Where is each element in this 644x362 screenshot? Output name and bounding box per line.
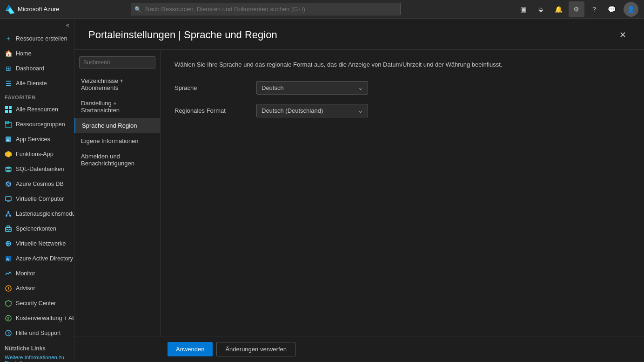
settings-nav-appearance[interactable]: Darstellung + Startansichten xyxy=(74,96,160,118)
settings-nav-language[interactable]: Sprache und Region xyxy=(74,118,160,133)
useful-link-0[interactable]: Weitere Informationen zu Einstellungen ↗ xyxy=(5,355,69,362)
settings-button[interactable]: ⚙ xyxy=(569,1,584,17)
sidebar-item-dashboard[interactable]: ⊞ Dashboard xyxy=(0,61,74,76)
sidebar-item-virtual-networks-label: Virtuelle Netzwerke xyxy=(16,240,66,247)
directory-button[interactable]: ⬙ xyxy=(533,1,549,17)
sidebar-item-sql-databases[interactable]: SQL-Datenbanken xyxy=(0,162,74,177)
sidebar-item-home-label: Home xyxy=(16,50,31,57)
sidebar-item-advisor[interactable]: Advisor xyxy=(0,281,74,296)
sidebar-item-cost-management[interactable]: $ Kostenverwaltung + Abrechnung xyxy=(0,311,74,326)
svg-text:⚡: ⚡ xyxy=(7,152,12,157)
sidebar-item-all-services[interactable]: ☰ Alle Dienste xyxy=(0,76,74,91)
sidebar-item-azure-ad[interactable]: A Azure Active Directory xyxy=(0,251,74,266)
settings-title-separator: | xyxy=(178,29,184,41)
settings-close-button[interactable]: ✕ xyxy=(616,28,630,42)
main-area: « ＋ Ressource erstellen 🏠 Home ⊞ Dashboa… xyxy=(0,19,644,362)
help-button[interactable]: ? xyxy=(586,1,602,17)
sidebar-item-resource-groups[interactable]: Ressourcegruppen xyxy=(0,117,74,132)
sidebar-item-monitor[interactable]: Monitor xyxy=(0,266,74,281)
sidebar-item-cosmos-db-label: Azure Cosmos DB xyxy=(16,181,64,187)
topbar: Microsoft Azure 🔍 ▣ ⬙ 🔔 ⚙ ? 💬 👤 xyxy=(0,0,644,19)
avatar-icon: 👤 xyxy=(627,6,635,13)
sidebar-item-all-resources[interactable]: Alle Ressourcen xyxy=(0,102,74,117)
bell-icon: 🔔 xyxy=(555,6,563,13)
sidebar-item-virtual-networks[interactable]: Virtuelle Netzwerke xyxy=(0,236,74,251)
topbar-search: 🔍 xyxy=(131,3,401,15)
sidebar-item-sql-databases-label: SQL-Datenbanken xyxy=(16,166,64,172)
azure-logo-icon xyxy=(6,5,15,14)
svg-rect-3 xyxy=(9,110,12,113)
sidebar-item-help-support[interactable]: ? Hilfe und Support xyxy=(0,326,74,341)
regional-format-label: Regionales Format xyxy=(174,107,249,114)
settings-nav-directories[interactable]: Verzeichnisse + Abonnements xyxy=(74,73,160,96)
content-panel: Portaleinstellungen | Sprache und Region… xyxy=(74,19,644,362)
storage-accounts-icon xyxy=(5,225,12,232)
sidebar-item-create[interactable]: ＋ Ressource erstellen xyxy=(0,31,74,46)
sidebar-item-home[interactable]: 🏠 Home xyxy=(0,46,74,61)
sidebar-item-virtual-machines[interactable]: Virtuelle Computer xyxy=(0,191,74,206)
language-label: Sprache xyxy=(174,84,249,91)
svg-text:$: $ xyxy=(7,316,9,321)
advisor-icon xyxy=(5,285,12,292)
sidebar-item-dashboard-label: Dashboard xyxy=(16,65,44,72)
svg-text:A: A xyxy=(6,257,9,261)
feedback-button[interactable]: 💬 xyxy=(604,1,620,17)
azure-ad-icon: A xyxy=(5,255,12,262)
settings-search-input[interactable] xyxy=(79,56,155,68)
sidebar-item-function-app[interactable]: ⚡ Funktions-App xyxy=(0,147,74,162)
settings-nav-signout[interactable]: Abmelden und Benachrichtigungen xyxy=(74,149,160,171)
function-app-icon: ⚡ xyxy=(5,150,12,158)
settings-overlay: Portaleinstellungen | Sprache und Region… xyxy=(74,19,644,362)
settings-nav: Verzeichnisse + Abonnements Darstellung … xyxy=(74,50,161,336)
user-avatar[interactable]: 👤 xyxy=(624,2,638,17)
discard-button[interactable]: Änderungen verwerfen xyxy=(216,342,295,356)
svg-line-21 xyxy=(8,213,10,215)
useful-links-title: Nützliche Links xyxy=(5,345,69,352)
directory-icon: ⬙ xyxy=(538,6,543,13)
apply-button[interactable]: Anwenden xyxy=(168,342,213,356)
sidebar-item-load-balancer[interactable]: Lastenausgleichsmodule xyxy=(0,206,74,221)
sidebar-item-cosmos-db[interactable]: Azure Cosmos DB xyxy=(0,177,74,191)
cost-management-icon: $ xyxy=(5,314,12,322)
collapse-icon: « xyxy=(66,21,69,28)
settings-nav-personal[interactable]: Eigene Informationen xyxy=(74,133,160,149)
sidebar-item-security-center[interactable]: Security Center xyxy=(0,296,74,311)
sql-databases-icon xyxy=(5,165,12,173)
svg-point-19 xyxy=(9,215,11,217)
regional-format-control: Deutsch (Deutschland) Deutsch (Österreic… xyxy=(256,104,368,117)
settings-title-section: Sprache und Region xyxy=(184,29,277,41)
svg-rect-1 xyxy=(9,106,12,109)
cloud-shell-button[interactable]: ▣ xyxy=(516,1,531,17)
search-icon: 🔍 xyxy=(134,6,141,13)
home-icon: 🏠 xyxy=(5,50,12,57)
language-select-wrapper: Deutsch English Français Español xyxy=(256,81,368,95)
settings-content: Wählen Sie Ihre Sprache und das regional… xyxy=(161,50,644,336)
settings-body: Verzeichnisse + Abonnements Darstellung … xyxy=(74,50,644,336)
gear-icon: ⚙ xyxy=(573,6,579,13)
search-input[interactable] xyxy=(131,3,401,15)
regional-format-select-wrapper: Deutsch (Deutschland) Deutsch (Österreic… xyxy=(256,104,368,117)
sidebar-item-app-services-label: App Services xyxy=(16,136,50,143)
sidebar-item-advisor-label: Advisor xyxy=(16,285,35,292)
sidebar-item-storage-accounts[interactable]: Speicherkonten xyxy=(0,221,74,236)
notifications-button[interactable]: 🔔 xyxy=(551,1,567,17)
all-services-icon: ☰ xyxy=(5,80,12,87)
svg-text:?: ? xyxy=(7,331,10,336)
dashboard-icon: ⊞ xyxy=(5,65,12,72)
svg-point-17 xyxy=(7,211,9,213)
topbar-icons: ▣ ⬙ 🔔 ⚙ ? 💬 👤 xyxy=(516,1,638,17)
sidebar-collapse-button[interactable]: « xyxy=(0,19,74,31)
app-services-icon: A xyxy=(5,136,12,143)
regional-format-field: Regionales Format Deutsch (Deutschland) … xyxy=(174,104,630,117)
settings-footer: Anwenden Änderungen verwerfen xyxy=(74,336,644,362)
sidebar-item-all-resources-label: Alle Ressourcen xyxy=(16,106,58,113)
cloud-shell-icon: ▣ xyxy=(520,6,526,13)
sidebar-item-help-support-label: Hilfe und Support xyxy=(16,330,61,336)
language-select[interactable]: Deutsch English Français Español xyxy=(256,81,368,95)
sidebar-item-app-services[interactable]: A App Services xyxy=(0,132,74,147)
svg-line-20 xyxy=(7,213,8,215)
svg-rect-2 xyxy=(5,110,8,113)
regional-format-select[interactable]: Deutsch (Deutschland) Deutsch (Österreic… xyxy=(256,104,368,117)
settings-title-main: Portaleinstellungen xyxy=(88,29,175,41)
useful-links: Nützliche Links Weitere Informationen zu… xyxy=(0,341,74,362)
